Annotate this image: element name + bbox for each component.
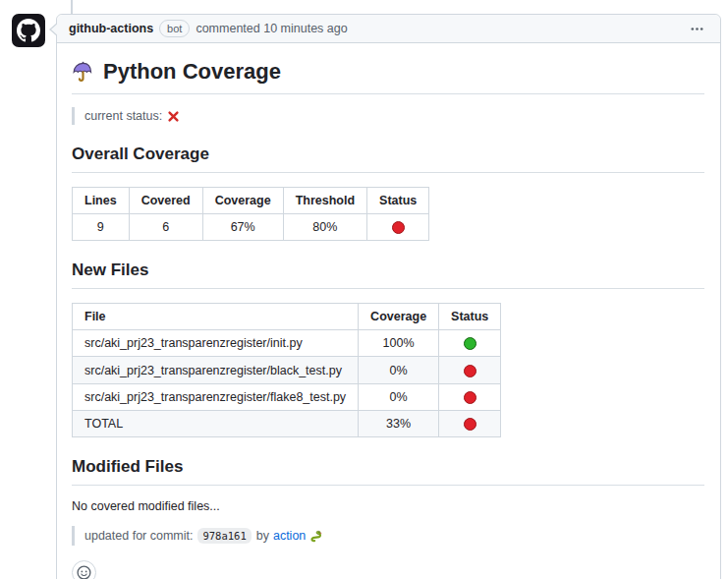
snake-icon [308, 529, 322, 544]
author-link[interactable]: github-actions [69, 22, 153, 35]
status-dot-icon [464, 337, 476, 350]
new-files-heading: New Files [72, 261, 704, 289]
lines-value: 9 [73, 214, 130, 241]
coverage-value: 67% [202, 214, 283, 241]
column-header: Status [439, 304, 501, 330]
total-label: TOTAL [73, 410, 359, 436]
commit-footer-quote: updated for commit: 978a161 by action [72, 526, 704, 546]
coverage-value: 0% [359, 357, 439, 383]
commit-sha: 978a161 [197, 528, 251, 544]
coverage-value: 100% [359, 330, 439, 357]
file-path: src/aki_prj23_transparenzregister/black_… [73, 357, 359, 383]
commit-footer-label: updated for commit: [84, 529, 193, 543]
github-logo-icon [17, 19, 40, 42]
overall-coverage-heading: Overall Coverage [72, 145, 704, 173]
comment-options-button[interactable] [686, 20, 708, 38]
report-title-text: Python Coverage [103, 59, 281, 85]
comment-header: github-actions bot commented 10 minutes … [57, 15, 720, 43]
table-row: TOTAL 33% [73, 410, 501, 436]
overall-coverage-table: Lines Covered Coverage Threshold Status … [72, 187, 429, 241]
modified-files-heading: Modified Files [72, 457, 704, 486]
no-modified-files-message: No covered modified files... [72, 499, 704, 513]
table-row: src/aki_prj23_transparenzregister/init.p… [73, 330, 501, 357]
column-header: Lines [73, 188, 130, 214]
bot-badge: bot [159, 20, 190, 37]
status-dot-icon [464, 391, 476, 404]
column-header: File [73, 304, 359, 330]
status-dot-icon [464, 365, 476, 377]
column-header: Status [367, 188, 429, 214]
reaction-row [72, 560, 704, 579]
coverage-value: 33% [359, 410, 439, 436]
status-dot-icon [392, 221, 405, 234]
kebab-menu-icon [690, 22, 704, 36]
add-reaction-button[interactable] [72, 560, 96, 579]
report-title: Python Coverage [72, 59, 704, 94]
current-status-quote: current status: [72, 107, 704, 125]
github-actions-avatar[interactable] [12, 14, 45, 47]
new-files-table: File Coverage Status src/aki_prj23_trans… [72, 303, 501, 437]
action-link[interactable]: action [273, 529, 306, 543]
column-header: Coverage [202, 188, 283, 214]
comment-meta[interactable]: commented 10 minutes ago [196, 22, 347, 35]
smiley-icon [77, 565, 91, 579]
coverage-value: 0% [359, 383, 439, 410]
column-header: Coverage [359, 304, 439, 330]
timeline-line-top [71, 0, 73, 14]
covered-value: 6 [129, 214, 202, 241]
table-row: src/aki_prj23_transparenzregister/flake8… [73, 383, 501, 410]
column-header: Threshold [283, 188, 366, 214]
cross-mark-icon [167, 110, 180, 123]
comment-card: github-actions bot commented 10 minutes … [56, 14, 721, 579]
column-header: Covered [129, 188, 202, 214]
threshold-value: 80% [283, 214, 366, 241]
table-row: 9 6 67% 80% [73, 214, 429, 241]
status-dot-icon [464, 418, 476, 431]
comment-body: Python Coverage current status: Overall … [57, 43, 720, 579]
file-path: src/aki_prj23_transparenzregister/init.p… [73, 330, 359, 357]
current-status-label: current status: [84, 109, 162, 123]
umbrella-icon [72, 61, 94, 84]
table-row: src/aki_prj23_transparenzregister/black_… [73, 357, 501, 383]
file-path: src/aki_prj23_transparenzregister/flake8… [73, 383, 359, 410]
by-text: by [256, 529, 269, 543]
